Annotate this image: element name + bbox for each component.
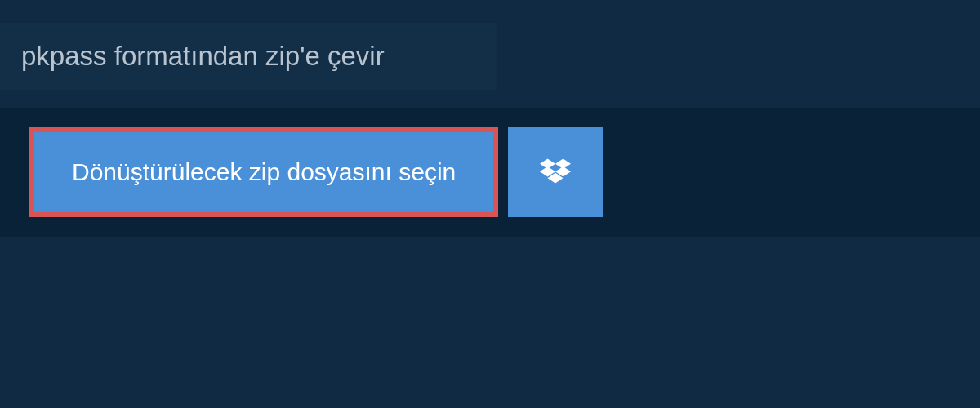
header-bar: pkpass formatından zip'e çevir bbox=[0, 23, 497, 90]
dropbox-button[interactable] bbox=[508, 127, 603, 217]
upload-panel: Dönüştürülecek zip dosyasını seçin bbox=[0, 108, 980, 237]
select-file-label: Dönüştürülecek zip dosyasını seçin bbox=[72, 158, 456, 186]
dropbox-icon bbox=[540, 158, 571, 186]
page-title: pkpass formatından zip'e çevir bbox=[21, 41, 475, 72]
select-file-button[interactable]: Dönüştürülecek zip dosyasını seçin bbox=[29, 127, 498, 217]
